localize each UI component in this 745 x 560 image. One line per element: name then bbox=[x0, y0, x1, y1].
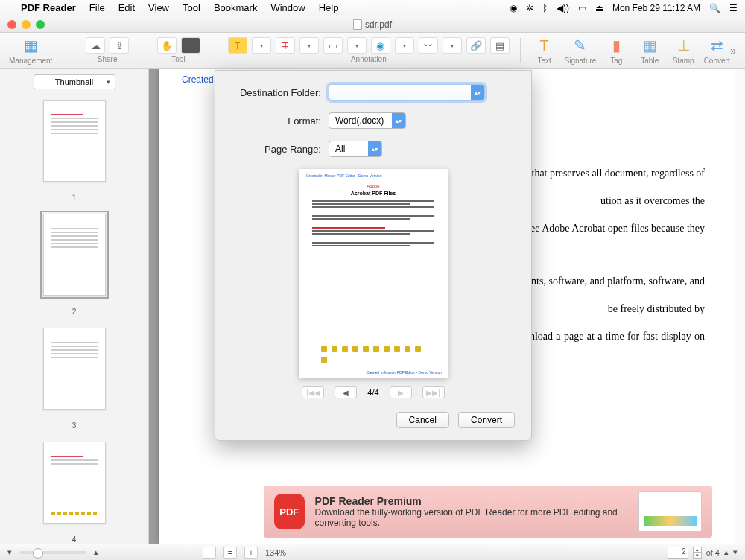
window-title: sdr.pdf bbox=[365, 19, 392, 30]
notifications-icon[interactable]: ☰ bbox=[729, 3, 738, 13]
signature-label: Signature bbox=[565, 57, 597, 65]
last-page-button[interactable]: ▶▶| bbox=[422, 386, 445, 398]
highlight-icon[interactable]: T bbox=[228, 37, 247, 54]
pdf-badge-icon: PDF bbox=[274, 494, 305, 529]
sh-dropdown-icon[interactable]: ▾ bbox=[347, 37, 367, 54]
stamp-icon[interactable]: ⊥ bbox=[670, 36, 697, 55]
select-tool-icon[interactable] bbox=[181, 37, 200, 54]
zoom-out-slider-icon[interactable]: ▾ bbox=[7, 547, 12, 557]
zoom-in-slider-icon[interactable]: ▴ bbox=[94, 547, 98, 557]
thumb-num-4: 4 bbox=[72, 535, 77, 544]
page-input[interactable]: 2 bbox=[668, 547, 688, 559]
fh-dropdown-icon[interactable]: ▾ bbox=[443, 37, 462, 54]
sidebar-mode-select[interactable]: Thumbnail bbox=[34, 74, 115, 89]
dest-label: Destination Folder: bbox=[232, 87, 329, 98]
gear-icon[interactable]: ✲ bbox=[526, 3, 533, 13]
page-indicator: 4/4 bbox=[367, 388, 378, 397]
clock[interactable]: Mon Feb 29 11:12 AM bbox=[612, 3, 700, 13]
zoom-out-button[interactable]: − bbox=[203, 547, 216, 559]
page-stepper[interactable]: ▲▼ bbox=[693, 547, 702, 559]
menu-window[interactable]: Window bbox=[270, 2, 305, 13]
status-icon[interactable]: ◉ bbox=[510, 3, 517, 13]
toolbar-overflow-icon[interactable]: » bbox=[730, 45, 736, 57]
spotlight-icon[interactable]: 🔍 bbox=[709, 3, 720, 13]
menu-bookmark[interactable]: Bookmark bbox=[214, 2, 258, 13]
menu-view[interactable]: View bbox=[148, 2, 169, 13]
thumbnail-sidebar: Thumbnail 1 2 3 4 bbox=[0, 69, 149, 544]
text-tool-icon[interactable]: T bbox=[531, 36, 558, 55]
banner-subtitle: Download the fully-working version of PD… bbox=[315, 507, 628, 528]
zoom-window-button[interactable] bbox=[36, 20, 45, 29]
bluetooth-icon[interactable]: ᛒ bbox=[542, 3, 548, 13]
strikethrough-icon[interactable]: T̶ bbox=[276, 37, 295, 54]
management-icon[interactable]: ▦ bbox=[17, 36, 44, 55]
sd-dropdown-icon[interactable]: ▾ bbox=[395, 37, 414, 54]
banner-title: PDF Reader Premium bbox=[315, 495, 628, 507]
app-toolbar: ▦ Management ☁ ⇪ Share ✋ Tool T ▾ T̶ ▾ ▭… bbox=[0, 33, 745, 69]
zoom-value: 134% bbox=[265, 548, 286, 557]
page-total: of 4 bbox=[706, 548, 720, 557]
menu-edit[interactable]: Edit bbox=[118, 2, 135, 13]
cloud-icon[interactable]: ☁ bbox=[86, 37, 105, 54]
cancel-button[interactable]: Cancel bbox=[396, 412, 449, 428]
thumbnail-3[interactable] bbox=[43, 328, 106, 410]
menu-help[interactable]: Help bbox=[319, 2, 339, 13]
link-icon[interactable]: 🔗 bbox=[466, 37, 486, 54]
table-label: Table bbox=[641, 57, 659, 65]
shape-icon[interactable]: ▭ bbox=[323, 37, 343, 54]
next-page-button[interactable]: ▶ bbox=[390, 386, 412, 398]
thumbnail-4[interactable] bbox=[43, 442, 106, 524]
format-select[interactable]: Word(.docx)▴▾ bbox=[329, 112, 406, 129]
menu-tool[interactable]: Tool bbox=[183, 2, 200, 13]
share-label: Share bbox=[98, 55, 118, 63]
range-label: Page Range: bbox=[232, 144, 329, 155]
export-icon[interactable]: ⇪ bbox=[110, 37, 129, 54]
table-icon[interactable]: ▦ bbox=[636, 36, 663, 55]
stamp-label: Stamp bbox=[673, 57, 694, 65]
convert-button[interactable]: Convert bbox=[458, 412, 515, 428]
form-icon[interactable]: ▤ bbox=[490, 37, 510, 54]
thumbnail-2[interactable] bbox=[43, 214, 106, 296]
tag-icon[interactable]: ▮ bbox=[603, 36, 630, 55]
display-icon[interactable]: ▭ bbox=[578, 3, 586, 13]
st-dropdown-icon[interactable]: ▾ bbox=[299, 37, 319, 54]
thumbnail-1[interactable] bbox=[43, 100, 106, 182]
thumb-num-3: 3 bbox=[72, 421, 77, 430]
document-icon bbox=[353, 19, 362, 30]
freehand-icon[interactable]: 〰 bbox=[419, 37, 438, 54]
eject-icon[interactable]: ⏏ bbox=[595, 3, 603, 13]
prev-page-button[interactable]: ◀ bbox=[335, 386, 357, 398]
premium-banner[interactable]: PDF PDF Reader Premium Download the full… bbox=[264, 486, 712, 538]
annotation-label: Annotation bbox=[351, 55, 387, 63]
vertical-scrollbar[interactable] bbox=[735, 69, 745, 544]
stamp-dot-icon[interactable]: ◉ bbox=[371, 37, 390, 54]
app-menu[interactable]: PDF Reader bbox=[21, 2, 76, 13]
zoom-slider[interactable] bbox=[19, 551, 86, 554]
first-page-button[interactable]: |◀◀ bbox=[302, 386, 324, 398]
convert-icon[interactable]: ⇄ bbox=[703, 36, 730, 55]
hl-dropdown-icon[interactable]: ▾ bbox=[252, 37, 271, 54]
signature-icon[interactable]: ✎ bbox=[567, 36, 594, 55]
chevron-updown-icon: ▴▾ bbox=[392, 113, 405, 128]
dest-folder-select[interactable]: ▴▾ bbox=[329, 84, 485, 101]
thumb-num-1: 1 bbox=[72, 194, 77, 202]
range-select[interactable]: All▴▾ bbox=[329, 141, 382, 157]
close-window-button[interactable] bbox=[7, 20, 16, 29]
system-menubar: PDF Reader File Edit View Tool Bookmark … bbox=[0, 0, 745, 16]
convert-label: Convert bbox=[704, 57, 730, 65]
prev-page-icon[interactable]: ▴ bbox=[724, 547, 729, 557]
thumb-num-2: 2 bbox=[72, 308, 77, 316]
menu-file[interactable]: File bbox=[89, 2, 105, 13]
window-titlebar: sdr.pdf bbox=[0, 16, 745, 33]
next-page-icon[interactable]: ▾ bbox=[733, 547, 738, 557]
minimize-window-button[interactable] bbox=[22, 20, 31, 29]
zoom-in-button[interactable]: + bbox=[244, 547, 258, 559]
format-label: Format: bbox=[232, 115, 329, 127]
volume-icon[interactable]: ◀)) bbox=[557, 3, 569, 13]
tag-label: Tag bbox=[610, 57, 622, 65]
text-label: Text bbox=[537, 57, 551, 65]
hand-tool-icon[interactable]: ✋ bbox=[157, 37, 177, 54]
page-preview: Created in Master PDF Editor - Demo Vers… bbox=[299, 169, 448, 378]
chevron-updown-icon: ▴▾ bbox=[368, 141, 381, 156]
zoom-reset-button[interactable]: = bbox=[224, 547, 237, 559]
